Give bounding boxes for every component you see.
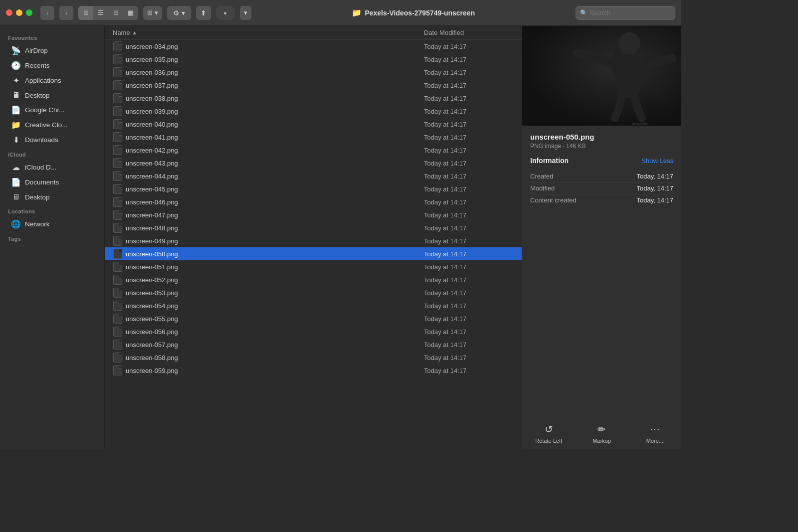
sidebar-item-google-chrome[interactable]: 📄 Google Chr... bbox=[3, 103, 101, 117]
png-file-icon bbox=[113, 353, 122, 362]
sidebar-item-applications[interactable]: ✦ Applications bbox=[3, 73, 101, 88]
file-row[interactable]: unscreen-039.png Today at 14:17 bbox=[105, 105, 522, 118]
file-row[interactable]: unscreen-043.png Today at 14:17 bbox=[105, 157, 522, 170]
maximize-button[interactable] bbox=[26, 9, 32, 16]
gear-action-button[interactable]: ⚙ ▾ bbox=[167, 6, 191, 20]
file-icon bbox=[113, 301, 123, 311]
file-rows: unscreen-034.png Today at 14:17 unscreen… bbox=[105, 40, 522, 449]
back-button[interactable]: ‹ bbox=[40, 6, 54, 20]
view-options-dropdown[interactable]: ⊞ ▾ bbox=[143, 6, 162, 20]
file-date: Today at 14:17 bbox=[424, 367, 514, 374]
title-bar: ‹ › ⊞ ☰ ⊟ ▦ ⊞ ▾ ⚙ ▾ ⬆ ● ▾ 📁 Pexels-Video… bbox=[0, 0, 681, 26]
png-file-icon bbox=[113, 67, 122, 77]
file-row[interactable]: unscreen-050.png Today at 14:17 bbox=[105, 247, 522, 260]
file-row[interactable]: unscreen-035.png Today at 14:17 bbox=[105, 53, 522, 66]
png-file-icon bbox=[113, 314, 122, 324]
airdrop-icon: 📡 bbox=[11, 46, 21, 55]
file-row[interactable]: unscreen-059.png Today at 14:17 bbox=[105, 364, 522, 377]
file-row[interactable]: unscreen-049.png Today at 14:17 bbox=[105, 234, 522, 247]
icon-view-button[interactable]: ⊞ bbox=[78, 6, 93, 20]
file-row[interactable]: unscreen-054.png Today at 14:17 bbox=[105, 299, 522, 312]
file-row[interactable]: unscreen-056.png Today at 14:17 bbox=[105, 325, 522, 338]
gallery-view-button[interactable]: ▦ bbox=[123, 6, 138, 20]
downloads-icon: ⬇ bbox=[11, 135, 21, 145]
png-file-icon bbox=[113, 158, 122, 168]
markup-button[interactable]: ✏Markup bbox=[575, 421, 628, 446]
file-row[interactable]: unscreen-042.png Today at 14:17 bbox=[105, 144, 522, 157]
png-file-icon bbox=[113, 301, 122, 311]
png-file-icon bbox=[113, 236, 122, 246]
sort-dropdown[interactable]: ▾ bbox=[240, 6, 251, 20]
google-chrome-icon: 📄 bbox=[11, 105, 21, 115]
markup-icon: ✏ bbox=[598, 423, 606, 435]
search-input[interactable] bbox=[590, 9, 671, 16]
file-row[interactable]: unscreen-058.png Today at 14:17 bbox=[105, 351, 522, 364]
applications-icon: ✦ bbox=[11, 76, 21, 85]
icloud-drive-icon: ☁ bbox=[11, 163, 21, 172]
preview-panel: unscreen unscreen-050.png PNG image · 14… bbox=[522, 26, 681, 449]
png-file-icon bbox=[113, 223, 122, 233]
sidebar-item-network[interactable]: 🌐 Network bbox=[3, 217, 101, 231]
info-row: CreatedToday, 14:17 bbox=[530, 171, 673, 182]
file-icon bbox=[113, 67, 123, 77]
sidebar-item-icloud-drive[interactable]: ☁ iCloud D... bbox=[3, 160, 101, 175]
file-date: Today at 14:17 bbox=[424, 121, 514, 128]
show-less-button[interactable]: Show Less bbox=[641, 157, 673, 165]
more-button[interactable]: ⋯More... bbox=[628, 421, 681, 446]
forward-button[interactable]: › bbox=[59, 6, 73, 20]
file-icon bbox=[113, 236, 123, 246]
minimize-button[interactable] bbox=[16, 9, 22, 16]
name-column-header[interactable]: Name ▲ bbox=[113, 29, 424, 36]
png-file-icon bbox=[113, 210, 122, 220]
sort-arrow-icon: ▲ bbox=[132, 30, 137, 35]
file-icon bbox=[113, 314, 123, 324]
file-row[interactable]: unscreen-046.png Today at 14:17 bbox=[105, 195, 522, 208]
sidebar-item-creative-cloud[interactable]: 📁 Creative Clo... bbox=[3, 118, 101, 132]
file-icon bbox=[113, 184, 123, 194]
file-row[interactable]: unscreen-055.png Today at 14:17 bbox=[105, 312, 522, 325]
sidebar-item-icloud-desktop[interactable]: 🖥 Desktop bbox=[3, 190, 101, 204]
file-row[interactable]: unscreen-036.png Today at 14:17 bbox=[105, 66, 522, 79]
file-row[interactable]: unscreen-047.png Today at 14:17 bbox=[105, 208, 522, 221]
rotate-left-button[interactable]: ↺Rotate Left bbox=[522, 421, 575, 446]
file-date: Today at 14:17 bbox=[424, 211, 514, 219]
file-name: unscreen-039.png bbox=[126, 108, 424, 115]
tag-button[interactable]: ● bbox=[216, 6, 235, 20]
file-date: Today at 14:17 bbox=[424, 263, 514, 271]
network-icon: 🌐 bbox=[11, 219, 21, 229]
file-row[interactable]: unscreen-057.png Today at 14:17 bbox=[105, 338, 522, 351]
search-bar[interactable]: 🔍 bbox=[576, 6, 675, 20]
file-name: unscreen-054.png bbox=[126, 302, 424, 310]
png-file-icon bbox=[113, 145, 122, 155]
file-row[interactable]: unscreen-048.png Today at 14:17 bbox=[105, 221, 522, 234]
file-row[interactable]: unscreen-038.png Today at 14:17 bbox=[105, 92, 522, 105]
date-column-header[interactable]: Date Modified bbox=[424, 29, 514, 36]
file-name: unscreen-052.png bbox=[126, 276, 424, 284]
file-name: unscreen-055.png bbox=[126, 315, 424, 323]
sidebar-item-desktop[interactable]: 🖥 Desktop bbox=[3, 88, 101, 102]
file-row[interactable]: unscreen-034.png Today at 14:17 bbox=[105, 40, 522, 53]
info-key: Modified bbox=[530, 184, 555, 192]
file-name: unscreen-036.png bbox=[126, 69, 424, 76]
svg-text:unscreen: unscreen bbox=[632, 121, 648, 126]
sidebar-item-airdrop[interactable]: 📡 AirDrop bbox=[3, 43, 101, 58]
file-row[interactable]: unscreen-051.png Today at 14:17 bbox=[105, 260, 522, 273]
list-view-button[interactable]: ☰ bbox=[93, 6, 108, 20]
sidebar-item-documents[interactable]: 📄 Documents bbox=[3, 175, 101, 189]
file-row[interactable]: unscreen-044.png Today at 14:17 bbox=[105, 170, 522, 182]
tags-label: Tags bbox=[0, 232, 104, 244]
file-list-area: Name ▲ Date Modified unscreen-034.png To… bbox=[105, 26, 522, 449]
file-row[interactable]: unscreen-045.png Today at 14:17 bbox=[105, 182, 522, 195]
share-button[interactable]: ⬆ bbox=[196, 6, 211, 20]
file-date: Today at 14:17 bbox=[424, 341, 514, 349]
png-file-icon bbox=[113, 80, 122, 90]
sidebar-item-downloads[interactable]: ⬇ Downloads bbox=[3, 133, 101, 147]
close-button[interactable] bbox=[6, 9, 12, 16]
file-row[interactable]: unscreen-053.png Today at 14:17 bbox=[105, 286, 522, 299]
file-row[interactable]: unscreen-052.png Today at 14:17 bbox=[105, 273, 522, 286]
file-row[interactable]: unscreen-037.png Today at 14:17 bbox=[105, 79, 522, 92]
column-view-button[interactable]: ⊟ bbox=[108, 6, 123, 20]
file-row[interactable]: unscreen-041.png Today at 14:17 bbox=[105, 131, 522, 144]
file-row[interactable]: unscreen-040.png Today at 14:17 bbox=[105, 118, 522, 131]
sidebar-item-recents[interactable]: 🕐 Recents bbox=[3, 58, 101, 73]
